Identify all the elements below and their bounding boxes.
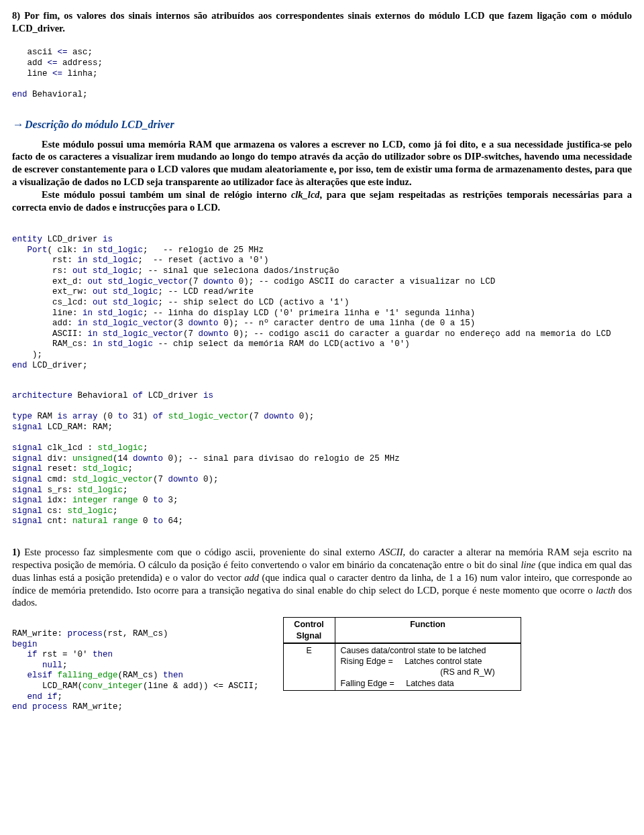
code-process: RAM_write: process(rst, RAM_cs) begin if… [12, 618, 259, 723]
code-line: type RAM is array (0 to 31) of std_logic… [12, 412, 314, 421]
intro-paragraph-8: 8) Por fim, os valores dos sinais intern… [12, 9, 632, 35]
code-line: line: in std_logic; -- linha do display … [12, 309, 475, 318]
clk-lcd-term: clk_lcd [291, 189, 320, 200]
ascii-term: ASCII, [379, 547, 405, 557]
line-term: line [521, 559, 535, 570]
code-block-1: ascii <= asc; add <= address; line <= li… [12, 38, 632, 101]
code-line: RAM_cs: in std_logic -- chip select da m… [12, 339, 410, 349]
cell-function: Causes data/control state to be latched … [335, 643, 521, 691]
desc-paragraph-2: Este módulo possui também um sinal de re… [12, 188, 632, 214]
heading-text: Descrição do módulo LCD_driver [25, 119, 174, 130]
code-line: add: in std_logic_vector(3 downto 0); --… [12, 319, 475, 328]
code-line: signal clk_lcd : std_logic; [12, 443, 148, 453]
code-line: Port( clk: in std_logic; -- relogio de 2… [12, 245, 264, 255]
paragraph-1: 1) Este processo faz simplesmente com qu… [12, 546, 632, 609]
func-line-1: Causes data/control state to be latched [341, 645, 515, 656]
code-line: architecture Behavioral of LCD_driver is [12, 391, 213, 400]
func-line-2b: (RS and R_W) [341, 667, 515, 677]
code-line: begin [12, 640, 38, 649]
code-line: ext_d: out std_logic_vector(7 downto 0);… [12, 277, 495, 286]
code-line: end LCD_driver; [12, 361, 88, 370]
control-signal-table: Control SIgnal Function E Causes data/co… [283, 617, 521, 691]
section-heading: →Descrição do módulo LCD_driver [12, 117, 632, 132]
code-line: signal s_rs: std_logic; [12, 486, 128, 495]
code-architecture: architecture Behavioral of LCD_driver is… [12, 380, 632, 527]
code-line: ASCII: in std_logic_vector(7 downto 0); … [12, 329, 611, 339]
code-line: ); [12, 350, 42, 359]
cell-signal: E [283, 643, 335, 691]
code-line: add <= address; [12, 58, 103, 68]
code-line: end process RAM_write; [12, 702, 123, 712]
add-term: add [244, 572, 259, 583]
code-line: ext_rw: out std_logic; -- LCD read/write [12, 287, 254, 296]
code-line: LCD_RAM(conv_integer(line & add)) <= ASC… [12, 681, 259, 691]
code-line: rst: in std_logic; -- reset (activo a '0… [12, 256, 269, 265]
code-line: signal cmd: std_logic_vector(7 downto 0)… [12, 475, 219, 484]
code-line: signal cs: std_logic; [12, 506, 118, 516]
code-line: signal reset: std_logic; [12, 464, 133, 474]
code-line: signal div: unsigned(14 downto 0); -- si… [12, 454, 400, 463]
func-line-3: Falling Edge = Latches data [341, 678, 515, 689]
func-line-2: Rising Edge = Latches control state [341, 656, 515, 667]
desc-paragraph-1: Este módulo possui uma memória RAM que a… [12, 138, 632, 188]
code-line: signal cnt: natural range 0 to 64; [12, 516, 183, 526]
arrow-icon: → [12, 118, 23, 131]
code-entity: entity LCD_driver is Port( clk: in std_l… [12, 225, 632, 372]
p1-index: 1) [12, 547, 20, 557]
th-function: Function [335, 618, 521, 643]
code-line: entity LCD_driver is [12, 235, 113, 244]
code-line: null; [12, 661, 68, 670]
th-control-signal: Control SIgnal [283, 618, 335, 643]
code-line: rs: out std_logic; -- sinal que selecion… [12, 266, 339, 276]
desc1-text: Este módulo possui uma memória RAM que a… [12, 139, 632, 188]
code-line: line <= linha; [12, 69, 98, 78]
code-line: elsif falling_edge(RAM_cs) then [12, 671, 183, 680]
intro-text: 8) Por fim, os valores dos sinais intern… [12, 10, 632, 34]
code-line: if rst = '0' then [12, 650, 113, 659]
code-line: signal LCD_RAM: RAM; [12, 423, 113, 432]
lacth-term: lacth [596, 585, 615, 596]
bottom-row: RAM_write: process(rst, RAM_cs) begin if… [12, 616, 632, 726]
code-line: end Behavioral; [12, 90, 88, 99]
code-line: ascii <= asc; [12, 48, 93, 57]
table-row: E Causes data/control state to be latche… [283, 643, 521, 691]
table-header-row: Control SIgnal Function [283, 618, 521, 643]
code-line: cs_lcd: out std_logic; -- ship select do… [12, 298, 350, 307]
code-line: signal idx: integer range 0 to 3; [12, 496, 178, 505]
code-line: RAM_write: process(rst, RAM_cs) [12, 629, 168, 638]
code-line: end if; [12, 692, 62, 702]
